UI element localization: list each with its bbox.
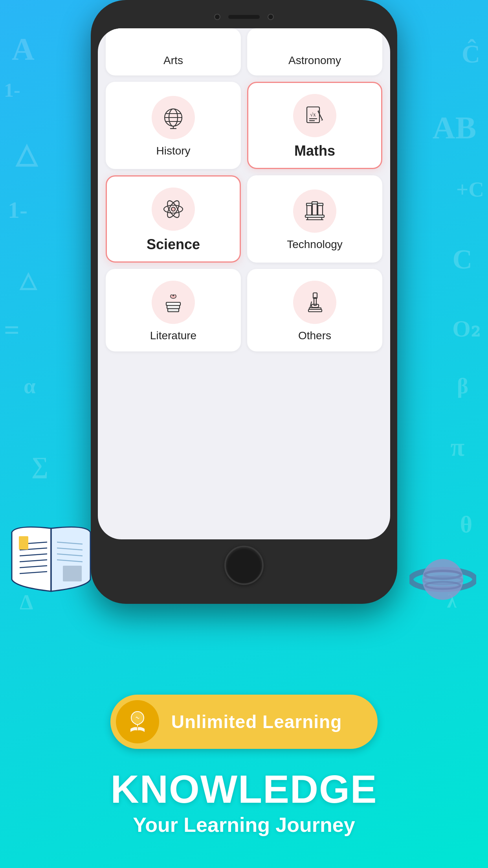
subjects-grid: History √x xyxy=(98,75,390,359)
decorative-book xyxy=(8,520,94,601)
svg-rect-44 xyxy=(19,536,28,550)
learning-button-icon-circle xyxy=(116,700,159,743)
svg-text:√x: √x xyxy=(310,112,316,118)
svg-rect-23 xyxy=(317,203,323,206)
svg-rect-31 xyxy=(168,309,179,312)
svg-point-17 xyxy=(171,207,175,211)
books-icon xyxy=(161,291,185,314)
history-icon-circle xyxy=(152,96,195,139)
svg-line-11 xyxy=(318,111,323,120)
phone-speaker xyxy=(228,15,260,19)
globe-icon xyxy=(161,106,185,129)
unlimited-learning-button[interactable]: Unlimited Learning xyxy=(110,695,378,749)
bottom-section: Unlimited Learning KNOWLEDGE Your Learni… xyxy=(0,695,488,868)
card-technology[interactable]: Technology xyxy=(247,175,382,263)
svg-rect-49 xyxy=(63,566,82,581)
decorative-planet xyxy=(409,552,476,609)
literature-icon-circle xyxy=(152,281,195,324)
technology-icon-circle xyxy=(293,189,336,233)
card-history[interactable]: History xyxy=(106,82,241,169)
phone-camera xyxy=(214,14,220,20)
card-science[interactable]: Science xyxy=(106,175,241,263)
science-icon-circle xyxy=(152,188,195,231)
beaker-icon xyxy=(303,199,327,223)
top-cards-row: Arts Astronomy xyxy=(98,28,390,75)
formula-icon: √x xyxy=(303,104,327,127)
card-others[interactable]: Others xyxy=(247,269,382,351)
card-literature[interactable]: Literature xyxy=(106,269,241,351)
svg-rect-21 xyxy=(312,202,317,204)
card-maths[interactable]: √x Maths xyxy=(247,82,382,169)
svg-rect-36 xyxy=(308,309,322,312)
phone-container: Arts Astronomy xyxy=(91,0,397,604)
screen-content: Arts Astronomy xyxy=(98,28,390,539)
phone-top-bar xyxy=(98,7,390,27)
home-button[interactable] xyxy=(224,546,264,585)
svg-rect-30 xyxy=(167,305,180,309)
atom-icon xyxy=(161,197,185,221)
knowledge-title: KNOWLEDGE xyxy=(110,769,377,810)
svg-rect-24 xyxy=(305,215,324,217)
phone-screen: Arts Astronomy xyxy=(98,28,390,539)
learning-journey-subtitle: Your Learning Journey xyxy=(133,813,355,837)
phone-body: Arts Astronomy xyxy=(91,0,397,604)
card-astronomy[interactable]: Astronomy xyxy=(247,28,382,75)
svg-rect-19 xyxy=(306,203,312,206)
phone-bottom xyxy=(98,539,390,588)
card-arts[interactable]: Arts xyxy=(106,28,241,75)
lightbulb-book-icon xyxy=(125,709,150,734)
maths-icon-circle: √x xyxy=(293,94,336,137)
microscope-icon xyxy=(303,291,327,314)
phone-camera-right xyxy=(268,14,274,20)
others-icon-circle xyxy=(293,281,336,324)
svg-rect-29 xyxy=(166,302,180,305)
